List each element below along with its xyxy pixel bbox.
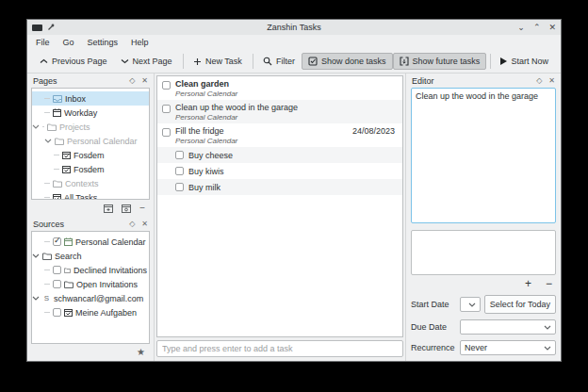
default-source-star-icon[interactable]: ★ bbox=[137, 348, 145, 357]
source-item-search[interactable]: Search bbox=[32, 249, 149, 263]
folder-icon bbox=[64, 267, 71, 274]
add-attachment-icon[interactable]: + bbox=[525, 279, 531, 289]
remove-attachment-icon[interactable]: − bbox=[546, 279, 552, 289]
next-page-button[interactable]: Next Page bbox=[114, 53, 179, 70]
sidebar-item-label: Fosdem bbox=[74, 165, 105, 174]
source-item-gmail-account[interactable]: S schwancarl@gmail.com bbox=[32, 291, 149, 305]
task-source: Personal Calendar bbox=[175, 90, 398, 98]
show-done-tasks-toggle[interactable]: Show done tasks bbox=[302, 53, 393, 70]
app-window: Zanshin Tasks ⌄ ⌃ ✕ File Go Settings Hel… bbox=[26, 19, 562, 362]
menu-settings[interactable]: Settings bbox=[88, 38, 119, 47]
checked-box-icon bbox=[308, 57, 318, 66]
filter-button[interactable]: Filter bbox=[256, 53, 302, 70]
tasks-icon bbox=[64, 308, 73, 317]
close-dock-icon[interactable]: ✕ bbox=[548, 77, 555, 85]
task-description-editor[interactable]: Clean up the wood in the garage bbox=[411, 88, 556, 223]
select-for-today-button[interactable]: Select for Today bbox=[484, 295, 556, 314]
recurrence-combobox[interactable]: Never bbox=[460, 340, 556, 355]
task-title: Buy kiwis bbox=[188, 167, 224, 176]
task-checkbox[interactable] bbox=[162, 81, 171, 90]
sidebar-item-personal-calendar[interactable]: Personal Calendar bbox=[32, 134, 149, 148]
select-for-today-label: Select for Today bbox=[490, 300, 550, 309]
menubar: File Go Settings Help bbox=[27, 35, 561, 50]
start-now-button[interactable]: Start Now bbox=[494, 53, 555, 70]
expander-icon[interactable] bbox=[32, 296, 40, 301]
subtask-row[interactable]: Buy kiwis bbox=[157, 163, 402, 179]
folder-icon bbox=[64, 281, 74, 288]
minimize-icon[interactable]: ⌄ bbox=[517, 24, 525, 32]
source-checkbox[interactable] bbox=[53, 308, 61, 317]
task-checkbox[interactable] bbox=[175, 183, 184, 191]
source-item-open-invitations[interactable]: Open Invitations bbox=[32, 277, 149, 291]
float-dock-icon[interactable]: ◇ bbox=[129, 220, 135, 228]
chevron-up-icon bbox=[40, 58, 48, 64]
task-checkbox[interactable] bbox=[162, 128, 171, 137]
menu-go[interactable]: Go bbox=[63, 38, 74, 47]
expander-icon[interactable] bbox=[32, 124, 40, 129]
play-icon bbox=[500, 57, 507, 65]
task-list: Clean garden Personal Calendar Clean up … bbox=[156, 75, 403, 337]
sidebar-item-label: Fosdem bbox=[74, 151, 105, 160]
sidebar-item-inbox[interactable]: Inbox bbox=[32, 91, 149, 106]
sidebar-item-all-tasks[interactable]: All Tasks bbox=[32, 190, 149, 200]
float-dock-icon[interactable]: ◇ bbox=[129, 77, 135, 85]
task-source: Personal Calendar bbox=[175, 137, 398, 145]
task-due-date: 24/08/2023 bbox=[352, 126, 398, 136]
task-row[interactable]: Fill the fridge 24/08/2023 Personal Cale… bbox=[157, 123, 402, 147]
plus-icon bbox=[193, 57, 202, 66]
task-title: Fill the fridge bbox=[175, 126, 224, 136]
maximize-icon[interactable]: ⌃ bbox=[533, 24, 541, 32]
task-checkbox[interactable] bbox=[175, 151, 184, 159]
source-checkbox[interactable] bbox=[53, 280, 61, 288]
add-task-input[interactable] bbox=[156, 340, 403, 357]
expander-icon[interactable] bbox=[44, 139, 52, 143]
close-dock-icon[interactable]: ✕ bbox=[141, 77, 148, 85]
expander-icon[interactable] bbox=[32, 253, 40, 258]
show-future-tasks-label: Show future tasks bbox=[413, 57, 481, 66]
source-item-label: schwancarl@gmail.com bbox=[54, 294, 143, 303]
remove-page-icon[interactable]: − bbox=[139, 204, 145, 213]
close-dock-icon[interactable]: ✕ bbox=[141, 220, 148, 228]
task-checkbox[interactable] bbox=[175, 167, 184, 175]
attachment-list[interactable] bbox=[411, 230, 556, 275]
start-now-label: Start Now bbox=[511, 57, 548, 66]
task-row[interactable]: Clean up the wood in the garage Personal… bbox=[157, 100, 402, 123]
source-item-declined-invitations[interactable]: Declined Invitations bbox=[32, 263, 149, 277]
sidebar-item-contexts[interactable]: Contexts bbox=[32, 176, 149, 190]
source-checkbox[interactable] bbox=[53, 266, 61, 274]
source-item-meine-aufgaben[interactable]: Meine Aufgaben bbox=[32, 305, 149, 319]
task-checkbox[interactable] bbox=[162, 105, 171, 113]
sources-tree: Personal Calendar Search Declined Invita… bbox=[31, 231, 150, 344]
source-item-label: Meine Aufgaben bbox=[75, 308, 137, 318]
project-icon bbox=[62, 165, 71, 173]
sidebar-item-fosdem-2[interactable]: Fosdem bbox=[32, 162, 149, 176]
show-future-tasks-toggle[interactable]: Show future tasks bbox=[393, 53, 487, 70]
start-date-combobox[interactable] bbox=[460, 297, 481, 312]
recurrence-label: Recurrence bbox=[411, 343, 456, 352]
start-date-label: Start Date bbox=[411, 300, 456, 309]
add-context-icon[interactable] bbox=[122, 204, 131, 213]
sidebar-item-fosdem-1[interactable]: Fosdem bbox=[32, 148, 149, 162]
float-dock-icon[interactable]: ◇ bbox=[536, 77, 542, 85]
toolbar: Previous Page Next Page New Task Filter … bbox=[27, 50, 561, 74]
sidebar-item-projects[interactable]: Projects bbox=[32, 120, 149, 134]
subtask-row[interactable]: Buy cheese bbox=[157, 147, 402, 163]
due-date-combobox[interactable] bbox=[460, 319, 556, 335]
add-project-icon[interactable] bbox=[104, 204, 113, 213]
sidebar-item-workday[interactable]: Workday bbox=[32, 106, 149, 120]
source-item-personal-calendar[interactable]: Personal Calendar bbox=[32, 235, 149, 249]
previous-page-button[interactable]: Previous Page bbox=[33, 53, 114, 70]
new-task-button[interactable]: New Task bbox=[187, 53, 249, 70]
menu-file[interactable]: File bbox=[36, 38, 50, 47]
chevron-down-icon bbox=[121, 58, 129, 64]
source-checkbox[interactable] bbox=[53, 237, 61, 246]
task-row[interactable]: Clean garden Personal Calendar bbox=[157, 76, 402, 100]
calendar-icon bbox=[53, 108, 61, 117]
task-title: Clean up the wood in the garage bbox=[175, 103, 298, 112]
previous-page-label: Previous Page bbox=[52, 57, 107, 66]
close-icon[interactable]: ✕ bbox=[548, 24, 556, 32]
subtask-row[interactable]: Buy milk bbox=[157, 179, 402, 195]
menu-help[interactable]: Help bbox=[131, 38, 149, 47]
editor-panel: Editor ◇ ✕ Clean up the wood in the gara… bbox=[406, 74, 561, 361]
chevron-down-icon bbox=[544, 346, 551, 351]
